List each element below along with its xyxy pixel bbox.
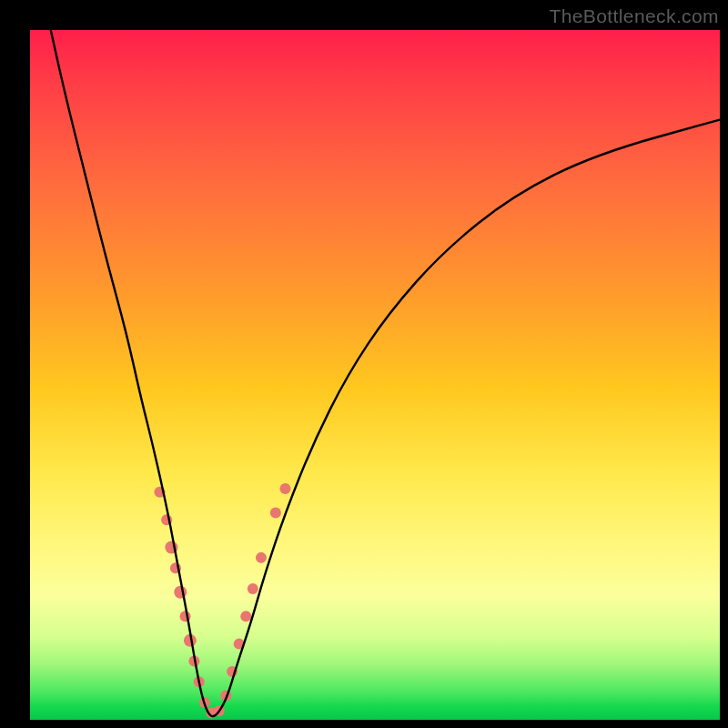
- bottleneck-curve: [51, 30, 720, 716]
- sample-point: [240, 611, 251, 622]
- plot-area: [30, 30, 720, 720]
- chart-svg: [30, 30, 720, 720]
- chart-frame: TheBottleneck.com: [0, 0, 728, 728]
- watermark-text: TheBottleneck.com: [549, 5, 719, 27]
- sample-point: [248, 583, 258, 594]
- sample-point: [256, 552, 267, 563]
- sample-point: [174, 586, 187, 599]
- sample-points-layer: [155, 483, 291, 718]
- sample-point: [270, 508, 281, 519]
- sample-point: [279, 483, 290, 494]
